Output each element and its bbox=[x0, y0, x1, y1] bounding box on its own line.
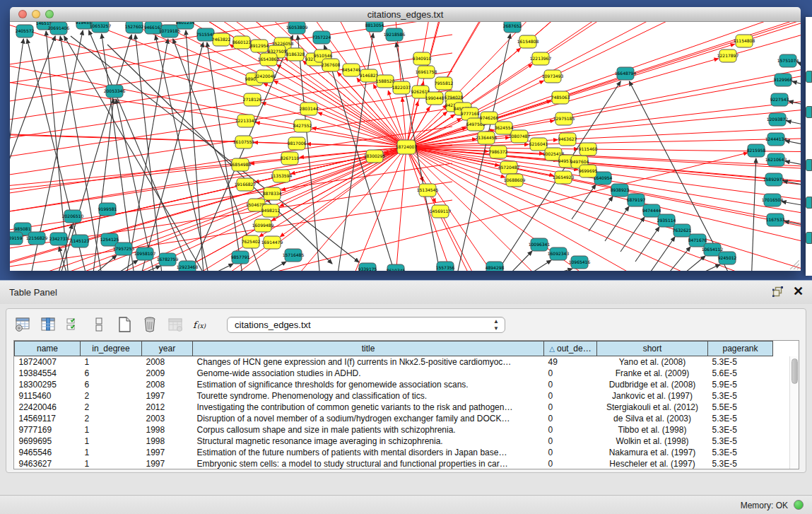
row-height-icon[interactable] bbox=[90, 315, 108, 334]
network-node[interactable]: 8660123 bbox=[233, 36, 252, 49]
network-node[interactable]: 15134545 bbox=[417, 184, 439, 197]
network-node[interactable]: 8878334 bbox=[263, 187, 282, 200]
table-row[interactable]: 1456911722003Disruption of a novel membe… bbox=[15, 413, 792, 424]
background-window-sliver[interactable] bbox=[806, 17, 812, 276]
network-node[interactable]: 7485063 bbox=[551, 91, 570, 104]
network-node[interactable]: 10958107 bbox=[134, 247, 156, 260]
delete-table-icon[interactable] bbox=[141, 315, 159, 334]
network-node[interactable]: 19166827 bbox=[235, 178, 257, 191]
network-node[interactable]: 22420046 bbox=[254, 70, 276, 83]
network-node[interactable]: 12213343 bbox=[235, 115, 257, 127]
network-node[interactable]: 16099489 bbox=[252, 219, 274, 232]
network-node[interactable]: 10688609 bbox=[504, 174, 526, 187]
network-node[interactable]: 16914479 bbox=[261, 236, 283, 249]
table-row[interactable]: 946362711997Embryonic stem cells: a mode… bbox=[15, 458, 792, 469]
network-node[interactable]: 2405572 bbox=[16, 25, 35, 37]
network-node[interactable]: 1167533 bbox=[766, 214, 785, 226]
table-settings-icon[interactable] bbox=[13, 315, 32, 334]
table-row[interactable]: 969969511998Structural magnetic resonanc… bbox=[15, 436, 792, 447]
network-node[interactable]: 12156829 bbox=[26, 232, 48, 245]
network-node[interactable]: 16210643 bbox=[765, 153, 787, 166]
network-node[interactable]: 15751074 bbox=[777, 54, 799, 67]
network-node[interactable]: 2935114 bbox=[657, 214, 676, 227]
network-node[interactable] bbox=[806, 159, 812, 171]
network-node[interactable]: 2687652 bbox=[503, 22, 522, 33]
network-node[interactable]: 8186328 bbox=[286, 48, 305, 61]
network-node[interactable]: 16648794 bbox=[615, 67, 637, 80]
network-node[interactable]: 1990448 bbox=[425, 92, 445, 105]
table-row[interactable]: 2242004622012Investigating the contribut… bbox=[15, 402, 792, 413]
network-node[interactable]: 16854988 bbox=[230, 158, 252, 171]
network-node[interactable]: 8601234 bbox=[176, 22, 195, 29]
network-node[interactable]: 7632621 bbox=[673, 224, 692, 237]
network-node[interactable]: 8215958 bbox=[747, 144, 766, 157]
network-node[interactable]: 13654923 bbox=[553, 171, 575, 184]
column-header-in-degree[interactable]: in_degree bbox=[81, 341, 142, 356]
network-node[interactable]: 8267110 bbox=[281, 152, 300, 165]
close-panel-icon[interactable]: ✕ bbox=[793, 286, 804, 297]
network-node[interactable]: 10807487 bbox=[509, 130, 531, 143]
select-columns-icon[interactable] bbox=[39, 315, 57, 334]
network-node[interactable]: 8813054 bbox=[365, 22, 384, 32]
table-scrollbar-thumb[interactable] bbox=[792, 358, 798, 384]
network-node[interactable]: 6879197 bbox=[627, 194, 646, 206]
network-node[interactable] bbox=[806, 232, 812, 244]
window-resize-grip[interactable] bbox=[787, 260, 800, 270]
network-node[interactable]: 9115460 bbox=[579, 143, 598, 156]
network-node[interactable]: 8454749 bbox=[342, 64, 361, 76]
network-node[interactable] bbox=[806, 71, 812, 83]
network-node[interactable]: 9227543 bbox=[770, 93, 789, 106]
network-node[interactable]: 7357224 bbox=[312, 31, 331, 44]
network-node[interactable]: 16782759 bbox=[157, 253, 179, 266]
column-header-short[interactable]: short bbox=[597, 341, 708, 356]
network-node[interactable]: 11353594 bbox=[271, 170, 293, 182]
network-node[interactable]: 16092343 bbox=[548, 247, 570, 260]
network-node[interactable]: 9199581 bbox=[98, 203, 117, 216]
network-node[interactable]: 12975185 bbox=[553, 112, 575, 125]
network-node[interactable]: 4894298 bbox=[486, 262, 505, 271]
network-node[interactable]: 2367608 bbox=[322, 59, 341, 71]
network-node[interactable]: 16154808 bbox=[517, 35, 539, 48]
network-node[interactable]: 20053346 bbox=[104, 85, 126, 98]
network-node[interactable]: 19218586 bbox=[384, 28, 406, 41]
network-node[interactable]: 9463627 bbox=[558, 133, 577, 146]
network-node[interactable]: 14569117 bbox=[430, 205, 452, 218]
network-node[interactable]: 11154808 bbox=[734, 35, 755, 47]
network-node[interactable]: 10096341 bbox=[529, 238, 551, 251]
network-node[interactable]: 9699695 bbox=[579, 165, 598, 177]
network-node[interactable]: 3624554 bbox=[495, 122, 514, 134]
network-node[interactable]: 9474444 bbox=[642, 204, 661, 217]
network-node[interactable]: 7463822 bbox=[212, 33, 231, 46]
network-node[interactable]: 8938923 bbox=[611, 184, 630, 197]
network-node[interactable]: 939159 bbox=[10, 232, 23, 245]
table-row[interactable]: 1830029562008Estimation of significance … bbox=[15, 379, 792, 390]
network-node[interactable]: 2803144 bbox=[300, 103, 319, 115]
network-node[interactable]: 45720487 bbox=[498, 161, 520, 174]
window-titlebar[interactable]: citations_edges.txt bbox=[10, 7, 801, 22]
network-node[interactable]: 12093872 bbox=[767, 113, 789, 126]
network-hub-node[interactable]: 18724007 bbox=[396, 140, 418, 154]
table-row[interactable]: 977716911998Corpus callosum shape and si… bbox=[15, 424, 792, 436]
memory-status-indicator[interactable] bbox=[794, 500, 804, 510]
network-node[interactable]: 9339175 bbox=[358, 263, 377, 271]
import-table-icon[interactable] bbox=[166, 315, 184, 334]
function-builder-icon[interactable]: f(x) bbox=[192, 315, 210, 334]
network-node[interactable]: 9746266 bbox=[480, 112, 499, 124]
network-node[interactable]: 7986372 bbox=[489, 146, 508, 158]
network-node[interactable]: 9857791 bbox=[231, 251, 250, 264]
create-table-icon[interactable] bbox=[115, 315, 134, 334]
network-node[interactable]: 9817006 bbox=[288, 137, 307, 150]
network-node[interactable]: 15716485 bbox=[283, 249, 305, 262]
network-node[interactable]: 16961758 bbox=[416, 66, 437, 78]
network-node[interactable]: 8610345 bbox=[387, 264, 406, 271]
column-header-pagerank[interactable]: pagerank bbox=[708, 341, 773, 356]
network-node[interactable] bbox=[806, 197, 812, 209]
network-node[interactable]: 9498212 bbox=[261, 204, 281, 217]
select-all-rows-icon[interactable] bbox=[64, 315, 83, 334]
network-node[interactable]: 6216041 bbox=[529, 138, 548, 151]
table-row[interactable]: 1938455462009Genome-wide association stu… bbox=[15, 368, 792, 379]
network-node[interactable]: 9245012 bbox=[718, 252, 737, 264]
network-node[interactable]: 17016504 bbox=[762, 194, 784, 206]
network-canvas[interactable]: 2405572146515420691406919455810653257152… bbox=[10, 22, 801, 271]
column-header-name[interactable]: name bbox=[15, 341, 81, 356]
